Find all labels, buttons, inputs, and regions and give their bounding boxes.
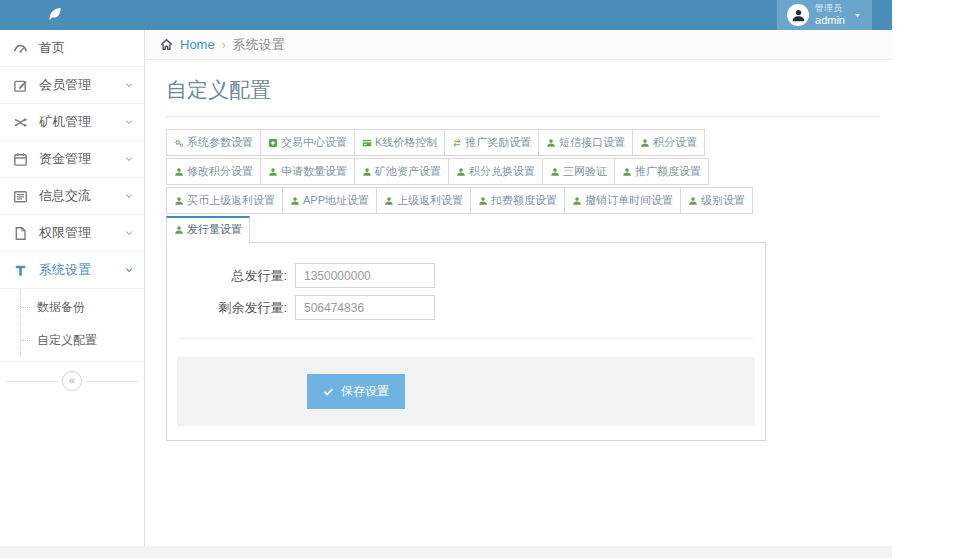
sidebar: 首页会员管理矿机管理资金管理信息交流权限管理系统设置数据备份自定义配置 « xyxy=(0,30,145,546)
sidebar-item-2[interactable]: 矿机管理 xyxy=(0,104,144,141)
field-input[interactable] xyxy=(295,295,435,320)
tab-label: 推广奖励设置 xyxy=(465,135,531,150)
form-row: 剩余发行量: xyxy=(167,295,765,320)
user-icon xyxy=(290,196,300,206)
tab-label: 推广额度设置 xyxy=(635,164,701,179)
tab-label: 交易中心设置 xyxy=(281,135,347,150)
user-icon xyxy=(456,167,466,177)
chevron-down-icon xyxy=(124,191,134,201)
tab-r1-0[interactable]: 修改积分设置 xyxy=(166,158,261,185)
form-row: 总发行量: xyxy=(167,263,765,288)
sidebar-item-6[interactable]: 系统设置 xyxy=(0,252,144,289)
dashboard-icon xyxy=(13,41,32,56)
sidebar-item-4[interactable]: 信息交流 xyxy=(0,178,144,215)
home-icon xyxy=(160,38,173,51)
breadcrumb-home-link[interactable]: Home xyxy=(180,37,215,52)
plus-square-icon xyxy=(268,138,278,148)
save-button[interactable]: 保存设置 xyxy=(307,374,405,409)
user-icon xyxy=(550,167,560,177)
field-input[interactable] xyxy=(295,263,435,288)
sidebar-item-3[interactable]: 资金管理 xyxy=(0,141,144,178)
tab-row: 发行量设置 xyxy=(166,216,880,243)
tab-label: 矿池资产设置 xyxy=(375,164,441,179)
field-label: 总发行量: xyxy=(167,267,287,285)
tab-r1-4[interactable]: 三网验证 xyxy=(542,158,615,185)
breadcrumb: Home › 系统设置 xyxy=(146,30,892,60)
tab-r1-1[interactable]: 申请数量设置 xyxy=(260,158,355,185)
user-icon xyxy=(640,138,650,148)
sidebar-submenu: 数据备份自定义配置 xyxy=(0,289,144,362)
tab-label: 系统参数设置 xyxy=(187,135,253,150)
tab-r2-0[interactable]: 买币上级返利设置 xyxy=(166,187,283,214)
tab-label: 申请数量设置 xyxy=(281,164,347,179)
text-icon xyxy=(13,263,32,278)
tab-row: 系统参数设置交易中心设置K线价格控制推广奖励设置短信接口设置积分设置 xyxy=(166,129,880,158)
tab-r2-2[interactable]: 上级返利设置 xyxy=(376,187,471,214)
tab-r3-0[interactable]: 发行量设置 xyxy=(166,216,250,243)
user-role: 管理员 xyxy=(815,4,845,14)
tab-r0-3[interactable]: 推广奖励设置 xyxy=(444,129,539,156)
kline-icon xyxy=(362,138,372,148)
sidebar-menu: 首页会员管理矿机管理资金管理信息交流权限管理系统设置数据备份自定义配置 xyxy=(0,30,144,362)
calendar-icon xyxy=(13,152,32,167)
tab-r1-2[interactable]: 矿池资产设置 xyxy=(354,158,449,185)
gears-icon xyxy=(174,138,184,148)
sidebar-subitem-0[interactable]: 数据备份 xyxy=(0,291,144,324)
sidebar-subitem-label: 自定义配置 xyxy=(37,333,97,347)
edit-icon xyxy=(13,78,32,93)
tab-r2-5[interactable]: 级别设置 xyxy=(680,187,753,214)
shuffle-icon xyxy=(13,115,32,130)
tab-r0-2[interactable]: K线价格控制 xyxy=(354,129,445,156)
sidebar-item-label: 资金管理 xyxy=(39,150,91,168)
tab-label: 短信接口设置 xyxy=(559,135,625,150)
caret-down-icon xyxy=(853,11,862,20)
sidebar-item-label: 首页 xyxy=(39,39,65,57)
main-area: Home › 系统设置 自定义配置 系统参数设置交易中心设置K线价格控制推广奖励… xyxy=(146,30,892,558)
sidebar-item-1[interactable]: 会员管理 xyxy=(0,67,144,104)
tab-r2-3[interactable]: 扣费额度设置 xyxy=(470,187,565,214)
tab-r1-3[interactable]: 积分兑换设置 xyxy=(448,158,543,185)
tab-r1-5[interactable]: 推广额度设置 xyxy=(614,158,709,185)
exchange-icon xyxy=(452,138,462,148)
breadcrumb-current: 系统设置 xyxy=(233,36,285,54)
tab-r0-5[interactable]: 积分设置 xyxy=(632,129,705,156)
avatar xyxy=(787,4,809,26)
tab-label: 扣费额度设置 xyxy=(491,193,557,208)
sidebar-item-0[interactable]: 首页 xyxy=(0,30,144,67)
tab-r0-1[interactable]: 交易中心设置 xyxy=(260,129,355,156)
user-icon xyxy=(546,138,556,148)
breadcrumb-separator: › xyxy=(222,38,226,52)
tab-r0-4[interactable]: 短信接口设置 xyxy=(538,129,633,156)
divider-line xyxy=(86,381,139,382)
sidebar-item-label: 会员管理 xyxy=(39,76,91,94)
tab-label: 上级返利设置 xyxy=(397,193,463,208)
sidebar-item-5[interactable]: 权限管理 xyxy=(0,215,144,252)
sidebar-collapse-row: « xyxy=(0,362,144,400)
file-icon xyxy=(13,226,32,241)
settings-tabs: 系统参数设置交易中心设置K线价格控制推广奖励设置短信接口设置积分设置修改积分设置… xyxy=(166,129,880,243)
tab-label: 修改积分设置 xyxy=(187,164,253,179)
tab-r0-0[interactable]: 系统参数设置 xyxy=(166,129,261,156)
chevron-down-icon xyxy=(124,265,134,275)
leaf-icon xyxy=(46,5,64,23)
tab-r2-4[interactable]: 撤销订单时间设置 xyxy=(564,187,681,214)
check-icon xyxy=(323,386,334,397)
tab-label: 级别设置 xyxy=(701,193,745,208)
user-icon xyxy=(174,196,184,206)
user-name: admin xyxy=(815,14,845,26)
sidebar-item-label: 系统设置 xyxy=(39,261,91,279)
app-window: 管理员 admin 首页会员管理矿机管理资金管理信息交流权限管理系统设置数据备份… xyxy=(0,0,954,558)
user-menu[interactable]: 管理员 admin xyxy=(777,0,872,30)
user-icon xyxy=(688,196,698,206)
save-button-label: 保存设置 xyxy=(341,383,389,400)
sidebar-subitem-1[interactable]: 自定义配置 xyxy=(0,324,144,357)
tab-label: 发行量设置 xyxy=(187,222,242,237)
user-icon xyxy=(622,167,632,177)
tab-r2-1[interactable]: APP地址设置 xyxy=(282,187,377,214)
sidebar-collapse-button[interactable]: « xyxy=(62,371,82,391)
user-icon xyxy=(478,196,488,206)
page-title: 自定义配置 xyxy=(166,76,880,104)
sidebar-item-label: 权限管理 xyxy=(39,224,91,242)
chevron-down-icon xyxy=(124,154,134,164)
divider-line xyxy=(5,381,58,382)
